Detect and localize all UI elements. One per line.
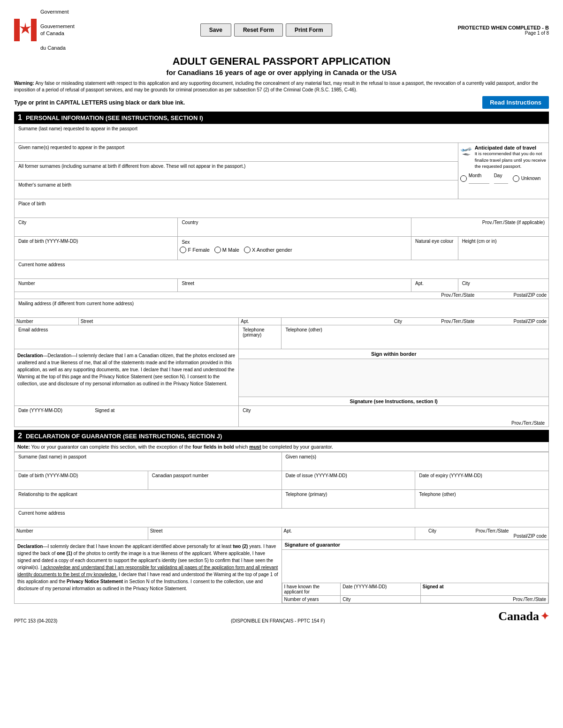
mailing-number-label: Number [15,318,79,325]
section2-note: Note: You or your guarantor can complete… [14,442,549,452]
sign-within-border-label: Sign within border [239,349,548,359]
prov-state-label: Prov./Terr./State (if applicable) [413,219,547,225]
month-label: Month [469,173,489,178]
surname-label: Surname (last name) requested to appear … [16,125,547,131]
mailing-prov-postal: City Prov./Terr./State Postal/ZIP code [282,318,549,325]
mailing-apt-label: Apt. [239,318,282,325]
guarantor-dob-label: Date of birth (YYYY-MM-DD) [16,472,146,478]
guarantor-tel-primary-input[interactable] [284,497,413,507]
sex-label: Sex [180,239,409,245]
eye-colour-label: Natural eye colour [413,238,456,244]
sex-female-option[interactable]: F Female [180,247,209,253]
guarantor-dob-input[interactable] [16,478,146,488]
read-instructions-button[interactable]: Read Instructions [482,96,549,109]
date-signed-label: Date (YYYY-MM-DD) [16,407,88,413]
given-names-input[interactable] [16,150,456,160]
page-number: Page 1 of 8 [458,30,549,36]
mothers-surname-label: Mother's surname at birth [16,181,456,188]
email-input[interactable] [16,332,236,343]
eye-colour-input[interactable] [413,244,456,254]
section1-number: 1 [18,113,22,122]
mailing-street-label: Street [78,318,239,325]
email-label: Email address [16,326,236,332]
section2-title: DECLARATION OF GUARANTOR (SEE INSTRUCTIO… [26,433,222,440]
guarantor-date-input[interactable] [342,589,418,594]
mailing-address-label: Mailing address (if different from curre… [16,300,547,306]
mailing-address-input[interactable] [16,306,547,316]
travel-date-radio[interactable] [460,175,467,182]
prov-state-input[interactable] [413,225,547,235]
sex-male-option[interactable]: M Male [214,247,239,253]
declaration1-text: Declaration—Declaration—I solemnly decla… [17,352,236,387]
prov-state3-label: Prov./Terr./State [241,420,547,426]
tel-primary-input[interactable] [241,338,279,348]
height-input[interactable] [460,244,547,254]
guarantor-home-address-input[interactable] [16,516,547,526]
signed-at-label: Signed at [93,407,236,413]
form-code: PPTC 153 (04-2023) [14,618,57,623]
dob-label: Date of birth (YYYY-MM-DD) [16,238,175,244]
guarantor-signature-title: Signature of guarantor [282,540,549,550]
country-input[interactable] [180,225,409,235]
protected-label: PROTECTED WHEN COMPLETED - B [458,25,549,30]
guarantor-passport-num-input[interactable] [150,478,280,488]
warning-text: Warning: Any false or misleading stateme… [14,80,549,93]
former-surnames-input[interactable] [16,169,456,179]
guarantor-expiry-date-label: Date of expiry (YYYY-MM-DD) [417,472,547,478]
tel-other-input[interactable] [283,332,547,343]
sex-other-option[interactable]: X Another gender [244,247,292,253]
page-subtitle: for Canadians 16 years of age or over ap… [14,68,549,76]
guarantor-known-label: I have known the applicant for [284,584,339,594]
date-signed-input[interactable] [16,413,88,423]
guarantor-tel-other-input[interactable] [417,497,547,507]
guarantor-relationship-input[interactable] [16,497,280,507]
print-form-button[interactable]: Print Form [286,23,332,37]
svg-rect-2 [31,19,37,41]
guarantor-given-names-input[interactable] [284,459,547,470]
unknown-label: Unknown [521,176,541,181]
home-address-input[interactable] [16,267,547,278]
guarantor-city-label: City [341,596,420,603]
place-of-birth-label: Place of birth [16,200,547,206]
signature-space [239,359,548,397]
tel-other-label: Telephone (other) [283,326,547,332]
reset-form-button[interactable]: Reset Form [234,23,283,37]
mothers-surname-input[interactable] [16,188,456,198]
page-title: ADULT GENERAL PASSPORT APPLICATION [14,55,549,68]
postal-label2: Postal/ZIP code [514,293,547,298]
guarantor-apt-label: Apt. [282,527,415,540]
svg-rect-0 [14,19,20,41]
guarantor-num-years-label: Number of years [282,596,341,603]
place-of-birth-input[interactable] [16,206,547,217]
guarantor-home-address-label: Current home address [16,510,547,516]
guarantor-number-label: Number [15,527,148,540]
section2-number: 2 [18,432,22,440]
section1-header: 1 PERSONAL INFORMATION (SEE INSTRUCTIONS… [14,112,549,124]
surname-input[interactable] [16,131,547,142]
guarantor-street-label: Street [148,527,282,540]
guarantor-issue-date-label: Date of issue (YYYY-MM-DD) [284,472,413,478]
city-signed-label: City [241,407,547,413]
guarantor-surname-input[interactable] [16,459,280,470]
signature-label: Signature (see Instructions, section I) [239,397,548,405]
guarantor-prov-postal: City Prov./Terr./State Postal/ZIP code [415,527,549,540]
warning-label: Warning: [14,81,34,86]
unknown-radio[interactable] [513,175,519,182]
canada-flag-icon [14,19,37,41]
type-print-instruction: Type or print in CAPITAL LETTERS using b… [14,99,185,106]
city-input[interactable] [16,225,175,235]
guarantor-declaration-text: Declaration—I solemnly declare that I ha… [17,543,279,592]
guarantor-signed-at-label: Signed at [423,584,444,589]
guarantor-tel-primary-label: Telephone (primary) [284,491,413,497]
day-label: Day [494,173,508,178]
former-surnames-label: All former surnames (including surname a… [16,163,456,169]
guarantor-issue-date-input[interactable] [284,478,413,488]
city2-label: City [460,280,547,286]
save-button[interactable]: Save [200,23,231,37]
dob-input[interactable] [16,244,175,254]
travel-day-input[interactable] [494,178,508,184]
travel-month-input[interactable] [469,178,489,184]
guarantor-expiry-date-input[interactable] [417,478,547,488]
city-label: City [16,219,175,225]
guarantor-surname-label: Surname (last name) in passport [16,453,280,459]
